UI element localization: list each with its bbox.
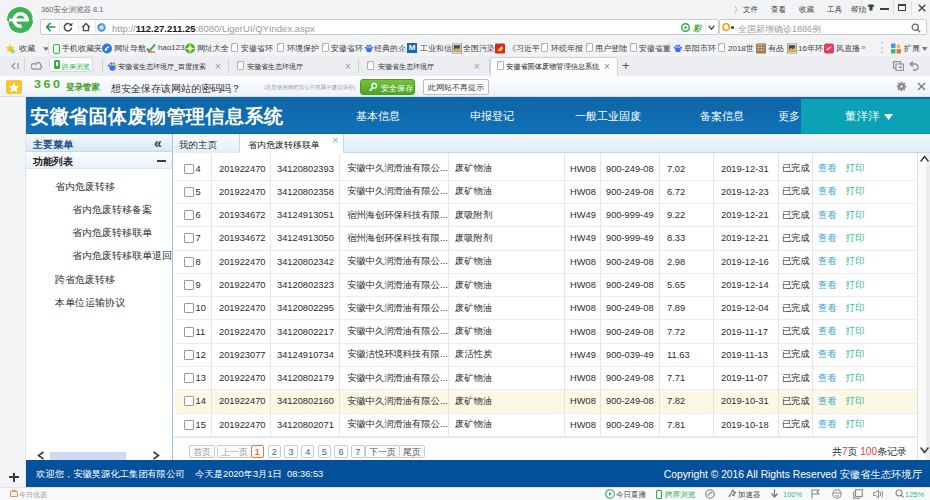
svg-text:hao: hao [148,49,156,54]
